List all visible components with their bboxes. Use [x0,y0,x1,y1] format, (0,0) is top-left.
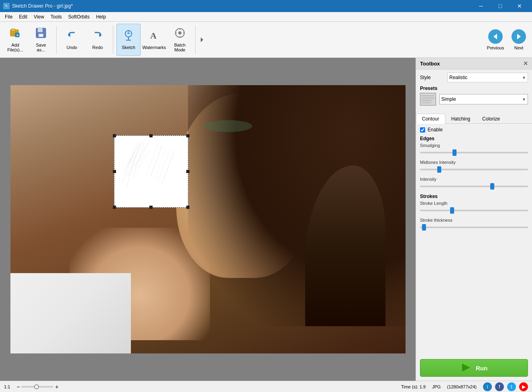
handle-mid-left[interactable] [113,170,116,173]
toolbar: + Add File(s)... Save as... Undo Redo Sk… [0,22,532,58]
next-label: Next [514,45,524,50]
smudging-thumb[interactable] [453,149,457,156]
midtones-slider[interactable] [420,165,528,174]
menu-view[interactable]: View [31,12,47,22]
style-select[interactable]: Realistic ▼ [447,73,528,82]
handle-bottom-right[interactable] [186,206,190,209]
menu-softorbits[interactable]: SoftOrbits [65,12,93,22]
toolbar-expand[interactable] [199,37,205,43]
facebook-icon[interactable]: f [495,382,504,391]
handle-bottom-left[interactable] [113,206,116,209]
svg-marker-22 [493,34,497,39]
handle-bottom-mid[interactable] [149,206,153,209]
watermarks-icon: A [149,30,160,43]
app-icon: ✎ [3,3,10,9]
tab-hatching[interactable]: Hatching [445,114,476,124]
menu-tools[interactable]: Tools [47,12,65,22]
toolbox-close-button[interactable]: ✕ [523,60,528,67]
smudging-label: Smudging [420,143,528,148]
contour-tab-content: Enable Edges Smudging Midtones Intensity… [416,124,532,238]
menu-edit[interactable]: Edit [16,12,31,22]
stroke-thickness-label: Stroke thickness [420,218,528,223]
zoom-slider[interactable] [21,386,53,388]
dimensions-label: (1280x877x24) [447,384,477,389]
youtube-icon[interactable]: ▶ [519,382,528,391]
run-icon [461,362,472,374]
strokes-header: Strokes [420,194,528,199]
zoom-thumb[interactable] [34,384,39,389]
maximize-button[interactable]: □ [491,0,510,12]
menu-file[interactable]: File [2,12,16,22]
canvas-area[interactable] [0,58,416,381]
run-button[interactable]: Run [420,359,528,377]
previous-button[interactable]: Previous [485,24,506,56]
handle-top-left[interactable] [113,134,116,137]
shirt-layer [10,273,131,353]
minimize-button[interactable]: ─ [472,0,490,12]
stroke-length-slider[interactable] [420,206,528,214]
zoom-label: 1:1 [4,384,10,389]
format-label: JPG [432,384,440,389]
intensity-track [420,186,528,187]
presets-select[interactable]: Simple ▼ [439,94,528,104]
intensity-thumb[interactable] [490,183,494,190]
midtones-thumb[interactable] [437,166,441,173]
enable-checkbox[interactable] [420,127,425,133]
handle-top-mid[interactable] [149,134,153,137]
stroke-thickness-slider[interactable] [420,223,528,231]
statusbar: 1:1 − + Time (s): 1.9 JPG (1280x877x24) … [0,381,532,392]
save-as-label: Save as... [36,43,46,52]
presets-value: Simple [441,96,456,102]
undo-label: Undo [67,45,77,50]
sketch-button[interactable]: Sketch [116,24,141,56]
tab-contour[interactable]: Contour [416,114,445,124]
sketch-selection-box[interactable] [114,135,188,208]
watermarks-button[interactable]: A Watermarks [142,24,166,56]
toolbox-title-bar: Toolbox ✕ [416,58,532,69]
style-label: Style [420,75,444,80]
eyes-layer [204,120,252,132]
zoom-minus-icon[interactable]: − [16,384,20,390]
toolbox-title-label: Toolbox [420,61,440,67]
previous-label: Previous [487,45,504,50]
stroke-length-thumb[interactable] [450,207,454,214]
batch-mode-button[interactable]: Batch Mode [168,24,192,56]
next-icon [512,29,526,44]
style-row: Style Realistic ▼ [420,73,528,82]
photo-container [10,85,406,353]
close-button[interactable]: ✕ [510,0,529,12]
intensity-slider[interactable] [420,182,528,190]
menu-help[interactable]: Help [93,12,109,22]
svg-rect-1 [11,29,15,31]
enable-label: Enable [428,127,442,133]
tab-colorize[interactable]: Colorize [476,114,506,124]
info-icon[interactable]: i [483,382,492,391]
handle-top-right[interactable] [186,134,190,137]
stroke-thickness-track [420,227,528,228]
status-right: Time (s): 1.9 JPG (1280x877x24) i f t ▶ [401,382,528,391]
zoom-plus-icon[interactable]: + [55,384,58,390]
redo-label: Redo [92,45,103,50]
sketch-content [114,136,188,207]
stroke-thickness-thumb[interactable] [422,224,426,231]
titlebar: ✎ Sketch Drawer Pro - girl.jpg* ─ □ ✕ [0,0,532,12]
presets-row: Simple ▼ [420,93,528,106]
twitter-icon[interactable]: t [507,382,516,391]
run-section: Run [416,351,532,381]
zoom-controls: − + [16,384,58,390]
next-button[interactable]: Next [509,24,529,56]
redo-button[interactable]: Redo [86,24,110,56]
watermarks-label: Watermarks [143,45,166,50]
add-files-button[interactable]: + Add File(s)... [3,24,27,56]
stroke-length-label: Stroke Length [420,201,528,206]
svg-rect-5 [38,28,43,32]
sketch-label: Sketch [122,45,135,50]
edges-header: Edges [420,136,528,141]
undo-button[interactable]: Undo [60,24,84,56]
toolbar-sep-1 [56,26,57,54]
save-as-button[interactable]: Save as... [29,24,53,56]
handle-mid-right[interactable] [186,170,190,173]
enable-row: Enable [420,127,528,133]
previous-icon [488,29,503,44]
smudging-slider[interactable] [420,149,528,157]
